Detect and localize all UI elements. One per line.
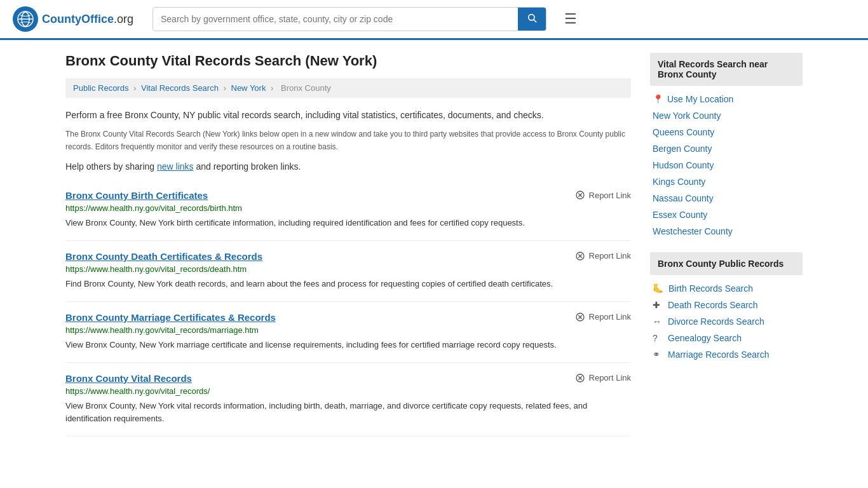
breadcrumb-public-records[interactable]: Public Records xyxy=(73,83,128,93)
record-description: View Bronx County, New York vital record… xyxy=(65,400,631,426)
public-record-icon: 🦶 xyxy=(653,283,663,294)
sidebar-public-record-item: ?Genealogy Search xyxy=(650,330,803,346)
intro-paragraph-1: Perform a free Bronx County, NY public v… xyxy=(65,108,631,122)
site-header: CountyOffice.org ☰ xyxy=(0,0,868,40)
sidebar-county-link[interactable]: Kings County xyxy=(653,177,705,187)
public-record-link[interactable]: Genealogy Search xyxy=(668,333,742,343)
record-entry: Bronx County Marriage Certificates & Rec… xyxy=(65,302,631,363)
sidebar-nearby-list: 📍 Use My Location xyxy=(650,91,803,107)
nearby-counties-list: New York CountyQueens CountyBergen Count… xyxy=(650,107,803,240)
new-links-link[interactable]: new links xyxy=(157,161,194,172)
svg-line-4 xyxy=(534,20,536,22)
sidebar-county-link[interactable]: New York County xyxy=(653,111,721,121)
records-list: Bronx County Birth Certificates Report L… xyxy=(65,180,631,437)
sidebar-county-link[interactable]: Westchester County xyxy=(653,226,733,236)
use-my-location-link[interactable]: Use My Location xyxy=(667,94,733,104)
sidebar-county-link[interactable]: Bergen County xyxy=(653,144,712,154)
sidebar-nearby-section: Vital Records Search near Bronx County 📍… xyxy=(650,53,803,240)
sidebar-nearby-county-item: Essex County xyxy=(650,207,803,223)
record-description: View Bronx County, New York birth certif… xyxy=(65,217,631,230)
sidebar-public-records-section: Bronx County Public Records 🦶Birth Recor… xyxy=(650,252,803,363)
intro-paragraph-3: Help others by sharing new links and rep… xyxy=(65,159,631,173)
public-record-icon: ? xyxy=(653,333,663,343)
record-url: https://www.health.ny.gov/vital_records/… xyxy=(65,203,631,213)
report-link[interactable]: Report Link xyxy=(575,251,631,261)
sidebar-county-link[interactable]: Nassau County xyxy=(653,193,714,203)
public-record-icon: ↔ xyxy=(653,316,663,327)
record-description: View Bronx County, New York marriage cer… xyxy=(65,339,631,352)
public-record-link[interactable]: Birth Records Search xyxy=(668,283,753,294)
sidebar-nearby-county-item: Nassau County xyxy=(650,190,803,207)
record-entry: Bronx County Death Certificates & Record… xyxy=(65,241,631,302)
report-link[interactable]: Report Link xyxy=(575,312,631,322)
record-entry: Bronx County Vital Records Report Link h… xyxy=(65,363,631,437)
sidebar-nearby-county-item: Hudson County xyxy=(650,157,803,173)
sidebar-public-records-header: Bronx County Public Records xyxy=(650,252,803,275)
intro-paragraph-2: The Bronx County Vital Records Search (N… xyxy=(65,128,631,152)
search-bar xyxy=(153,7,546,31)
sidebar-nearby-county-item: Kings County xyxy=(650,173,803,190)
logo-text: CountyOffice.org xyxy=(42,13,133,26)
record-url: https://www.health.ny.gov/vital_records/… xyxy=(65,325,631,335)
hamburger-menu[interactable]: ☰ xyxy=(559,8,582,30)
breadcrumb-bronx-county: Bronx County xyxy=(281,83,331,93)
public-record-icon: ✚ xyxy=(653,300,663,310)
sidebar-public-record-item: ⚭Marriage Records Search xyxy=(650,346,803,363)
record-url: https://www.health.ny.gov/vital_records/ xyxy=(65,386,631,396)
record-title[interactable]: Bronx County Marriage Certificates & Rec… xyxy=(65,312,276,323)
sidebar-county-link[interactable]: Queens County xyxy=(653,127,714,137)
sidebar-nearby-header: Vital Records Search near Bronx County xyxy=(650,53,803,86)
record-description: Find Bronx County, New York death record… xyxy=(65,278,631,291)
record-url: https://www.health.ny.gov/vital_records/… xyxy=(65,264,631,274)
logo-area: CountyOffice.org xyxy=(13,6,140,32)
sidebar-public-record-item: ↔Divorce Records Search xyxy=(650,313,803,330)
record-title[interactable]: Bronx County Death Certificates & Record… xyxy=(65,251,262,262)
report-link[interactable]: Report Link xyxy=(575,373,631,383)
use-my-location-item: 📍 Use My Location xyxy=(650,91,803,107)
logo-icon xyxy=(13,6,38,32)
breadcrumb: Public Records › Vital Records Search › … xyxy=(65,78,631,98)
record-entry: Bronx County Birth Certificates Report L… xyxy=(65,180,631,241)
record-header: Bronx County Death Certificates & Record… xyxy=(65,251,631,262)
public-record-link[interactable]: Divorce Records Search xyxy=(668,316,764,327)
sidebar-nearby-county-item: Queens County xyxy=(650,124,803,140)
sidebar-county-link[interactable]: Hudson County xyxy=(653,160,714,170)
sidebar-public-record-item: ✚Death Records Search xyxy=(650,297,803,313)
search-input[interactable] xyxy=(153,9,518,29)
sidebar-public-record-item: 🦶Birth Records Search xyxy=(650,280,803,297)
public-records-list: 🦶Birth Records Search✚Death Records Sear… xyxy=(650,280,803,363)
record-header: Bronx County Birth Certificates Report L… xyxy=(65,190,631,201)
public-record-link[interactable]: Marriage Records Search xyxy=(668,349,770,360)
sidebar-nearby-county-item: New York County xyxy=(650,107,803,124)
sidebar: Vital Records Search near Bronx County 📍… xyxy=(650,53,803,437)
record-title[interactable]: Bronx County Vital Records xyxy=(65,373,192,384)
search-button[interactable] xyxy=(518,8,546,30)
report-link[interactable]: Report Link xyxy=(575,190,631,200)
content-area: Bronx County Vital Records Search (New Y… xyxy=(65,53,631,437)
record-title[interactable]: Bronx County Birth Certificates xyxy=(65,190,208,201)
record-header: Bronx County Vital Records Report Link xyxy=(65,373,631,384)
sidebar-county-link[interactable]: Essex County xyxy=(653,210,707,220)
main-container: Bronx County Vital Records Search (New Y… xyxy=(53,40,815,449)
location-pin-icon: 📍 xyxy=(653,94,663,104)
breadcrumb-new-york[interactable]: New York xyxy=(231,83,266,93)
sidebar-nearby-county-item: Bergen County xyxy=(650,140,803,157)
breadcrumb-vital-records-search[interactable]: Vital Records Search xyxy=(141,83,219,93)
page-title: Bronx County Vital Records Search (New Y… xyxy=(65,53,631,69)
public-record-link[interactable]: Death Records Search xyxy=(668,300,758,310)
record-header: Bronx County Marriage Certificates & Rec… xyxy=(65,312,631,323)
public-record-icon: ⚭ xyxy=(653,349,663,360)
sidebar-nearby-county-item: Westchester County xyxy=(650,223,803,240)
